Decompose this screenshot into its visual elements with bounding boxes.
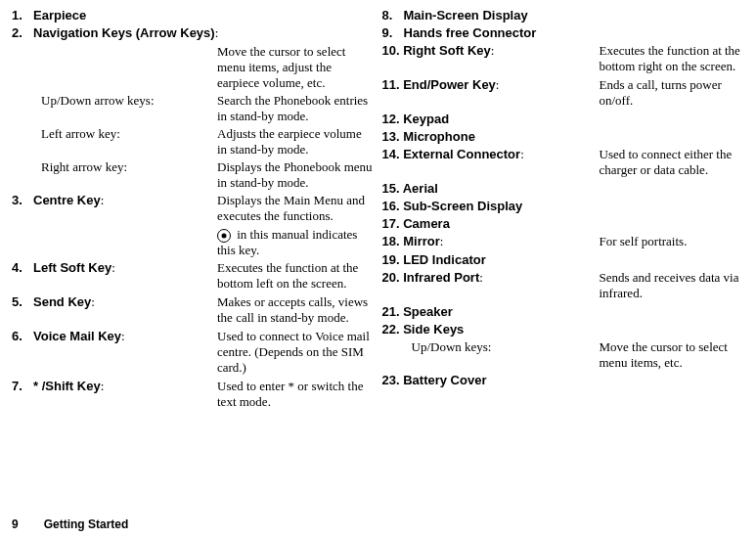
section-title: Getting Started [44, 517, 129, 531]
page-content: 1.Earpiece 2.Navigation Keys (Arrow Keys… [0, 0, 756, 413]
item-10-rightsoft: 10. Right Soft Key: Executes the functio… [382, 43, 745, 74]
item-2-desc: Move the cursor to select menu items, ad… [217, 44, 375, 91]
item-number: 23. [382, 373, 400, 387]
item-2-navkeys: 2.Navigation Keys (Arrow Keys): [12, 25, 375, 41]
item-number: 4. [12, 260, 33, 275]
item-desc: Used to enter * or switch the text mode. [217, 379, 375, 410]
item-number: 20. [382, 270, 400, 285]
item-desc: Used to connect to Voice mail centre. (D… [217, 329, 375, 376]
colon: : [496, 77, 500, 92]
item-desc: Sends and receives data via infrared. [600, 270, 745, 301]
item-number: 19. [382, 252, 400, 267]
item-22a-updown: Up/Down keys: Move the cursor to select … [382, 339, 745, 371]
item-title: Earpiece [33, 8, 86, 22]
item-title: Aerial [403, 181, 438, 196]
item-number: 21. [382, 304, 400, 319]
item-16-subscreen: 16. Sub-Screen Display [382, 199, 745, 213]
item-number: 3. [12, 193, 33, 207]
left-column: 1.Earpiece 2.Navigation Keys (Arrow Keys… [12, 8, 375, 413]
item-title: Keypad [403, 112, 449, 126]
item-title: LED Indicator [403, 252, 486, 267]
item-number: 6. [12, 329, 33, 343]
item-desc: Makes or accepts calls, views the call i… [217, 294, 375, 326]
item-20-ir: 20. Infrared Port: Sends and receives da… [382, 270, 745, 301]
item-number: 11. [382, 77, 400, 92]
item-title: Microphone [403, 129, 475, 144]
item-number: 9. [382, 25, 404, 40]
colon: : [491, 43, 495, 58]
colon: : [215, 25, 219, 40]
right-column: 8.Main-Screen Display 9.Hands free Conne… [382, 8, 745, 413]
centre-key-icon [217, 229, 231, 243]
item-number: 1. [12, 8, 33, 22]
item-number: 5. [12, 294, 33, 309]
item-number: 15. [382, 181, 400, 196]
item-number: 14. [382, 147, 400, 161]
item-4-leftsoft: 4.Left Soft Key: Executes the function a… [12, 260, 375, 292]
item-3b-text: in this manual indicates this key. [217, 227, 357, 257]
item-1-earpiece: 1.Earpiece [12, 8, 375, 22]
item-21-speaker: 21. Speaker [382, 304, 745, 319]
colon: : [121, 329, 125, 343]
item-desc: Ends a call, turns power on/off. [600, 77, 745, 109]
item-title: External Connector [403, 147, 520, 161]
item-title: Sub-Screen Display [403, 199, 522, 213]
sub-label: Right arrow key: [41, 159, 217, 175]
item-2b-left: Left arrow key: Adjusts the earpiece vol… [12, 126, 375, 157]
item-8-mainscreen: 8.Main-Screen Display [382, 8, 745, 22]
item-3b-icondesc: in this manual indicates this key. [217, 227, 375, 258]
colon: : [440, 234, 444, 248]
item-desc: Displays the Main Menu and executes the … [217, 193, 375, 224]
item-number: 13. [382, 129, 400, 144]
sub-desc: Displays the Phonebook menu in stand-by … [217, 159, 375, 191]
item-desc: Used to connect either the charger or da… [600, 147, 745, 178]
item-title: Mirror [403, 234, 440, 248]
item-number: 2. [12, 25, 33, 40]
item-12-keypad: 12. Keypad [382, 112, 745, 126]
item-title: Voice Mail Key [33, 329, 121, 343]
sub-label: Left arrow key: [41, 126, 217, 142]
colon: : [520, 147, 524, 161]
item-desc: For self portraits. [600, 234, 745, 249]
item-title: * /Shift Key [33, 379, 101, 393]
sub-desc: Search the Phonebook entries in stand-by… [217, 93, 375, 124]
item-11-endpower: 11. End/Power Key: Ends a call, turns po… [382, 77, 745, 109]
item-number: 22. [382, 322, 400, 337]
item-title: Hands free Connector [404, 25, 537, 40]
item-14-extconn: 14. External Connector: Used to connect … [382, 147, 745, 178]
item-title: Battery Cover [403, 373, 486, 387]
colon: : [111, 260, 115, 275]
item-7-shiftkey: 7.* /Shift Key: Used to enter * or switc… [12, 379, 375, 410]
item-17-camera: 17. Camera [382, 216, 745, 231]
item-title: Navigation Keys (Arrow Keys) [33, 25, 215, 40]
item-title: Infrared Port [403, 270, 479, 285]
item-desc: Executes the function at the bottom righ… [600, 43, 745, 74]
item-3-centrekey: 3.Centre Key: Displays the Main Menu and… [12, 193, 375, 224]
item-22-sidekeys: 22. Side Keys [382, 322, 745, 337]
item-9-handsfree: 9.Hands free Connector [382, 25, 745, 40]
item-title: Right Soft Key [403, 43, 491, 58]
item-number: 7. [12, 379, 33, 393]
item-5-sendkey: 5.Send Key: Makes or accepts calls, view… [12, 294, 375, 326]
item-number: 12. [382, 112, 400, 126]
item-number: 8. [382, 8, 404, 22]
item-19-led: 19. LED Indicator [382, 252, 745, 267]
sub-label: Up/Down keys: [412, 339, 600, 355]
item-15-aerial: 15. Aerial [382, 181, 745, 196]
item-number: 10. [382, 43, 400, 58]
item-2c-right: Right arrow key: Displays the Phonebook … [12, 159, 375, 191]
item-title: Camera [403, 216, 450, 231]
item-title: Main-Screen Display [404, 8, 528, 22]
item-title: Side Keys [403, 322, 464, 337]
item-desc: Executes the function at the bottom left… [217, 260, 375, 292]
item-number: 16. [382, 199, 400, 213]
item-title: Speaker [403, 304, 453, 319]
colon: : [91, 294, 95, 309]
item-number: 17. [382, 216, 400, 231]
item-title: Left Soft Key [33, 260, 111, 275]
item-title: Centre Key [33, 193, 101, 207]
sub-desc: Adjusts the earpiece volume in stand-by … [217, 126, 375, 157]
item-title: Send Key [33, 294, 91, 309]
item-title: End/Power Key [403, 77, 496, 92]
item-18-mirror: 18. Mirror: For self portraits. [382, 234, 745, 249]
